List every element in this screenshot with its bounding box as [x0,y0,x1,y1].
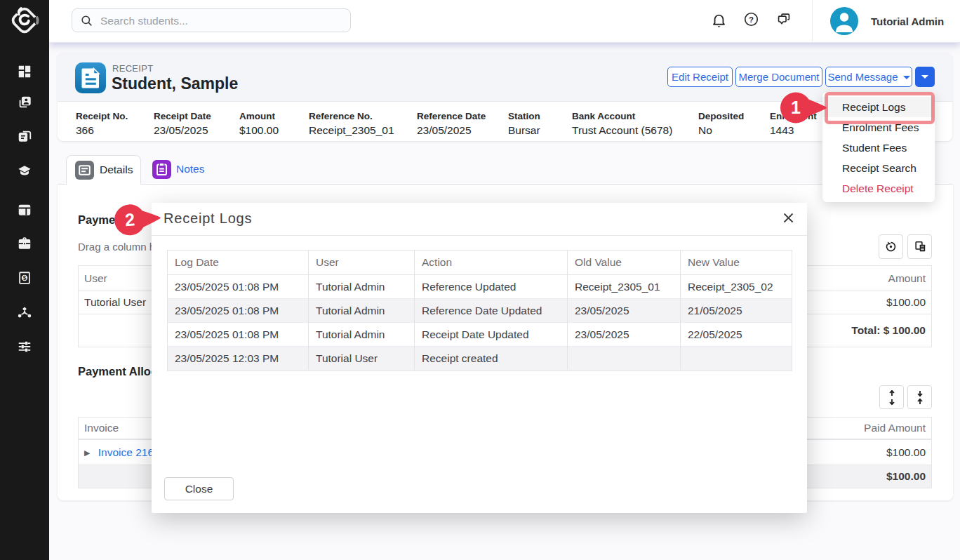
svg-text:2: 2 [124,209,135,229]
svg-text:?: ? [749,15,754,24]
svg-text:1: 1 [791,98,801,117]
svg-text:$: $ [23,275,27,281]
